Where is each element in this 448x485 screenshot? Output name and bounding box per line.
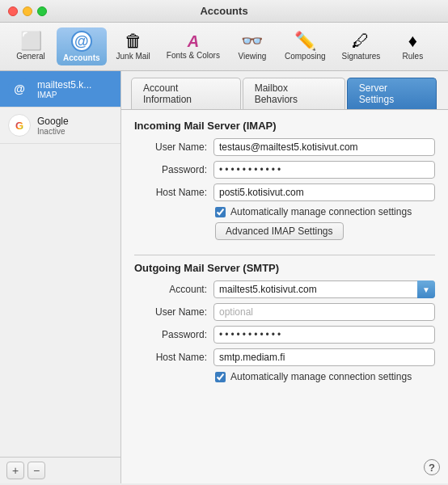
incoming-auto-manage-label: Automatically manage connection settings bbox=[230, 206, 412, 217]
tab-account-information[interactable]: Account Information bbox=[131, 78, 241, 109]
toolbar-composing[interactable]: ✏️ Composing bbox=[278, 29, 332, 64]
junk-mail-icon: 🗑 bbox=[125, 32, 142, 50]
form-content: Incoming Mail Server (IMAP) User Name: P… bbox=[121, 110, 448, 483]
outgoing-username-input[interactable] bbox=[213, 303, 435, 321]
window-title: Accounts bbox=[200, 5, 247, 17]
acct-name-mailtest5: mailtest5.k... bbox=[37, 79, 91, 91]
fonts-colors-icon: A bbox=[188, 33, 199, 49]
signatures-icon: 🖊 bbox=[352, 32, 370, 50]
tab-server-settings[interactable]: Server Settings bbox=[347, 78, 437, 109]
toolbar-signatures-label: Signatures bbox=[342, 52, 381, 61]
outgoing-hostname-label: Host Name: bbox=[134, 352, 207, 363]
toolbar-accounts[interactable]: @ Accounts bbox=[57, 27, 107, 65]
toolbar-general[interactable]: ⬜ General bbox=[8, 29, 53, 64]
acct-type-mailtest5: IMAP bbox=[37, 91, 91, 99]
incoming-hostname-label: Host Name: bbox=[134, 187, 207, 198]
help-button[interactable]: ? bbox=[424, 459, 440, 475]
sidebar: @ mailtest5.k... IMAP G Google Inactive … bbox=[0, 71, 121, 483]
close-button[interactable] bbox=[8, 6, 18, 16]
toolbar-viewing-label: Viewing bbox=[239, 52, 267, 61]
outgoing-account-label: Account: bbox=[134, 284, 207, 295]
sidebar-footer: + − bbox=[0, 457, 120, 483]
toolbar-viewing[interactable]: 👓 Viewing bbox=[230, 29, 275, 64]
advanced-imap-row: Advanced IMAP Settings bbox=[134, 222, 435, 248]
titlebar: Accounts bbox=[0, 0, 448, 23]
incoming-hostname-input[interactable] bbox=[213, 183, 435, 201]
outgoing-password-label: Password: bbox=[134, 329, 207, 340]
incoming-password-input[interactable] bbox=[213, 161, 435, 179]
acct-info-google: Google Inactive bbox=[37, 116, 69, 136]
rules-icon: ♦ bbox=[408, 32, 417, 50]
acct-info-mailtest5: mailtest5.k... IMAP bbox=[37, 79, 91, 99]
toolbar-rules[interactable]: ♦ Rules bbox=[390, 29, 435, 64]
outgoing-password-input[interactable] bbox=[213, 326, 435, 344]
avatar-google: G bbox=[8, 114, 31, 137]
incoming-username-input[interactable] bbox=[213, 138, 435, 156]
titlebar-buttons bbox=[8, 6, 47, 16]
outgoing-username-label: User Name: bbox=[134, 306, 207, 318]
minimize-button[interactable] bbox=[23, 6, 32, 16]
outgoing-hostname-row: Host Name: bbox=[134, 348, 435, 366]
toolbar-junk-mail-label: Junk Mail bbox=[116, 52, 150, 61]
outgoing-username-row: User Name: bbox=[134, 303, 435, 321]
acct-name-google: Google bbox=[37, 116, 69, 127]
toolbar-junk-mail[interactable]: 🗑 Junk Mail bbox=[110, 29, 157, 64]
outgoing-account-select[interactable]: mailtest5.kotisivut.com bbox=[213, 280, 435, 298]
maximize-button[interactable] bbox=[37, 6, 47, 16]
toolbar-accounts-label: Accounts bbox=[63, 53, 100, 62]
viewing-icon: 👓 bbox=[241, 32, 263, 50]
accounts-icon: @ bbox=[71, 31, 92, 52]
outgoing-password-row: Password: bbox=[134, 326, 435, 344]
toolbar-general-label: General bbox=[16, 52, 45, 61]
toolbar-fonts-colors[interactable]: A Fonts & Colors bbox=[160, 30, 226, 63]
toolbar-fonts-colors-label: Fonts & Colors bbox=[167, 51, 220, 60]
outgoing-auto-manage-row: Automatically manage connection settings bbox=[215, 371, 435, 382]
google-g-icon: G bbox=[15, 120, 23, 132]
general-icon: ⬜ bbox=[20, 32, 42, 50]
outgoing-section-header: Outgoing Mail Server (SMTP) bbox=[134, 262, 435, 274]
incoming-username-row: User Name: bbox=[134, 138, 435, 156]
content-area: Account Information Mailbox Behaviors Se… bbox=[121, 71, 448, 483]
outgoing-auto-manage-checkbox[interactable] bbox=[215, 372, 226, 382]
toolbar-rules-label: Rules bbox=[403, 52, 424, 61]
incoming-section-header: Incoming Mail Server (IMAP) bbox=[134, 120, 435, 132]
advanced-imap-button[interactable]: Advanced IMAP Settings bbox=[215, 222, 344, 240]
avatar-mailtest5: @ bbox=[8, 78, 31, 100]
remove-account-button[interactable]: − bbox=[27, 462, 45, 479]
section-divider bbox=[134, 255, 435, 255]
incoming-hostname-row: Host Name: bbox=[134, 183, 435, 201]
sidebar-account-google[interactable]: G Google Inactive bbox=[0, 108, 120, 144]
sidebar-account-mailtest5[interactable]: @ mailtest5.k... IMAP bbox=[0, 71, 120, 108]
main-layout: @ mailtest5.k... IMAP G Google Inactive … bbox=[0, 71, 448, 483]
incoming-auto-manage-row: Automatically manage connection settings bbox=[215, 206, 435, 217]
tabs-bar: Account Information Mailbox Behaviors Se… bbox=[121, 71, 448, 110]
outgoing-auto-manage-label: Automatically manage connection settings bbox=[230, 371, 412, 382]
incoming-password-label: Password: bbox=[134, 164, 207, 175]
incoming-auto-manage-checkbox[interactable] bbox=[215, 207, 226, 217]
outgoing-account-select-wrapper: mailtest5.kotisivut.com ▼ bbox=[213, 280, 435, 298]
toolbar: ⬜ General @ Accounts 🗑 Junk Mail A Fonts… bbox=[0, 23, 448, 71]
incoming-username-label: User Name: bbox=[134, 141, 207, 153]
outgoing-account-row: Account: mailtest5.kotisivut.com ▼ bbox=[134, 280, 435, 298]
composing-icon: ✏️ bbox=[294, 32, 316, 50]
toolbar-composing-label: Composing bbox=[285, 52, 326, 61]
toolbar-signatures[interactable]: 🖊 Signatures bbox=[336, 29, 387, 64]
acct-type-google: Inactive bbox=[37, 127, 69, 136]
tab-mailbox-behaviors[interactable]: Mailbox Behaviors bbox=[243, 78, 345, 109]
accounts-list: @ mailtest5.k... IMAP G Google Inactive bbox=[0, 71, 120, 457]
incoming-password-row: Password: bbox=[134, 161, 435, 179]
outgoing-hostname-input[interactable] bbox=[213, 348, 435, 366]
add-account-button[interactable]: + bbox=[6, 462, 24, 479]
